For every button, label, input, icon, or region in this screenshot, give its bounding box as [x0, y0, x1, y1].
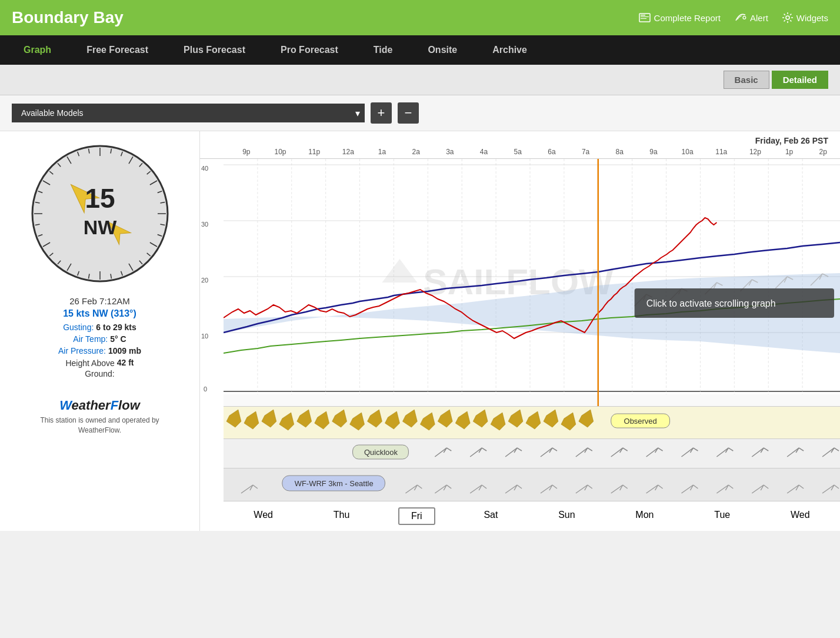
chart-svg: SAILFLOW: [224, 159, 840, 406]
right-panel[interactable]: Friday, Feb 26 PST 9p 10p 11p 12a 1a 2a …: [200, 131, 840, 531]
nav-archive[interactable]: Archive: [475, 35, 545, 65]
zoom-in-button[interactable]: +: [371, 102, 392, 124]
report-icon: [639, 13, 651, 22]
airtemp-row: Air Temp: 5° C: [58, 334, 141, 344]
timestamp: 26 Feb 7:12AM: [58, 296, 141, 306]
pressure-value: 1009 mb: [108, 346, 141, 355]
svg-text:WF-WRF 3km - Seattle: WF-WRF 3km - Seattle: [295, 479, 374, 488]
svg-rect-114: [224, 439, 840, 468]
nav-graph[interactable]: Graph: [6, 35, 69, 65]
time-5a: 5a: [501, 148, 535, 156]
nav-pro-forecast[interactable]: Pro Forecast: [263, 35, 356, 65]
time-11p: 11p: [297, 148, 331, 156]
navigation: Graph Free Forecast Plus Forecast Pro Fo…: [0, 35, 840, 65]
time-3a: 3a: [433, 148, 467, 156]
gear-icon: [782, 12, 793, 23]
gusting-row: Gusting: 6 to 29 kts: [58, 323, 141, 332]
models-select-wrapper: Available Models ▾: [12, 104, 365, 122]
time-8a: 8a: [602, 148, 636, 156]
svg-text:Quicklook: Quicklook: [364, 448, 398, 457]
time-2a: 2a: [399, 148, 433, 156]
toolbar-area: Basic Detailed: [0, 65, 840, 95]
gusting-label: Gusting:: [63, 323, 94, 332]
bottom-day-nav: Wed Thu Fri Sat Sun Mon Tue Wed: [224, 500, 840, 531]
models-select[interactable]: Available Models: [12, 104, 365, 122]
time-axis: 9p 10p 11p 12a 1a 2a 3a 4a 5a 6a 7a 8a 9…: [200, 145, 840, 159]
svg-text:Observed: Observed: [624, 417, 657, 426]
widgets-button[interactable]: Widgets: [782, 12, 828, 23]
time-4a: 4a: [467, 148, 501, 156]
height-label: Height AboveGround:: [65, 358, 114, 379]
day-wed-2[interactable]: Wed: [779, 507, 822, 525]
y-label-40: 40: [201, 165, 208, 172]
wind-speed-label: 15 kts NW (313°): [58, 308, 141, 319]
day-sun[interactable]: Sun: [546, 507, 586, 525]
svg-point-5: [786, 16, 789, 19]
main-content: 15 NW 26 Feb 7:12AM 15 kts NW (313°) Gus…: [0, 131, 840, 531]
time-7a: 7a: [569, 148, 603, 156]
site-title: Boundary Bay: [12, 8, 124, 27]
alert-button[interactable]: Alert: [735, 13, 768, 23]
day-wed-1[interactable]: Wed: [242, 507, 285, 525]
time-10p: 10p: [264, 148, 298, 156]
svg-rect-1: [641, 15, 645, 16]
time-12p: 12p: [738, 148, 772, 156]
airtemp-label: Air Temp:: [73, 334, 108, 344]
chart-wrapper: 40 30 20 10 0 KTS: [200, 159, 840, 500]
zoom-out-button[interactable]: −: [398, 102, 419, 124]
weatherflow-name: WeatherFlow: [40, 398, 159, 413]
y-label-10: 10: [201, 333, 208, 340]
day-mon[interactable]: Mon: [624, 507, 665, 525]
tooltip-text: Click to activate scrolling graph: [646, 298, 776, 308]
wind-compass: 15 NW: [29, 143, 171, 284]
nav-plus-forecast[interactable]: Plus Forecast: [166, 35, 263, 65]
svg-rect-3: [641, 18, 646, 19]
time-11a: 11a: [704, 148, 738, 156]
svg-text:15: 15: [85, 183, 115, 214]
header: Boundary Bay Complete Report Alert: [0, 0, 840, 35]
wrf-wind-barbs: WF-WRF 3km - Seattle: [224, 468, 840, 500]
nav-onsite[interactable]: Onsite: [410, 35, 475, 65]
chart-svg-container[interactable]: SAILFLOW: [224, 159, 840, 500]
time-1a: 1a: [365, 148, 399, 156]
graph-date-label: Friday, Feb 26 PST: [200, 131, 840, 145]
weatherflow-logo: WeatherFlow This station is owned and op…: [40, 398, 159, 436]
time-1p: 1p: [772, 148, 806, 156]
time-10a: 10a: [671, 148, 705, 156]
widgets-label: Widgets: [796, 13, 828, 23]
alert-label: Alert: [750, 13, 768, 23]
y-axis: 40 30 20 10 0 KTS: [200, 159, 224, 500]
wind-barbs-svg: Observed: [224, 407, 840, 438]
nav-free-forecast[interactable]: Free Forecast: [69, 35, 166, 65]
header-actions: Complete Report Alert Widgets: [639, 12, 828, 23]
time-9a: 9a: [636, 148, 671, 156]
models-bar: Available Models ▾ + −: [0, 95, 840, 131]
gusting-value: 6 to 29 kts: [96, 323, 136, 332]
day-thu[interactable]: Thu: [322, 507, 362, 525]
complete-report-button[interactable]: Complete Report: [639, 13, 721, 23]
y-label-30: 30: [201, 221, 208, 228]
detailed-view-button[interactable]: Detailed: [772, 71, 828, 89]
svg-point-6: [32, 146, 168, 281]
quicklook-svg: Quicklook: [224, 439, 840, 468]
wrf-svg: WF-WRF 3km - Seattle: [224, 468, 840, 501]
height-row: Height AboveGround: 42 ft: [58, 358, 141, 379]
left-panel: 15 NW 26 Feb 7:12AM 15 kts NW (313°) Gus…: [0, 131, 200, 531]
pressure-row: Air Pressure: 1009 mb: [58, 346, 141, 355]
day-sat[interactable]: Sat: [472, 507, 509, 525]
y-label-0: 0: [204, 386, 207, 393]
svg-point-4: [743, 16, 746, 19]
y-label-20: 20: [201, 277, 208, 284]
height-value: 42 ft: [117, 358, 134, 367]
day-tue[interactable]: Tue: [702, 507, 742, 525]
nav-tide[interactable]: Tide: [356, 35, 411, 65]
alert-icon: [735, 13, 746, 22]
pressure-label: Air Pressure:: [58, 346, 106, 355]
airtemp-value: 5° C: [110, 334, 126, 344]
time-9p: 9p: [229, 148, 264, 156]
day-fri-active[interactable]: Fri: [398, 507, 435, 525]
basic-view-button[interactable]: Basic: [724, 71, 769, 89]
observed-wind-barbs: Observed: [224, 406, 840, 438]
complete-report-label: Complete Report: [654, 13, 721, 23]
time-6a: 6a: [535, 148, 569, 156]
